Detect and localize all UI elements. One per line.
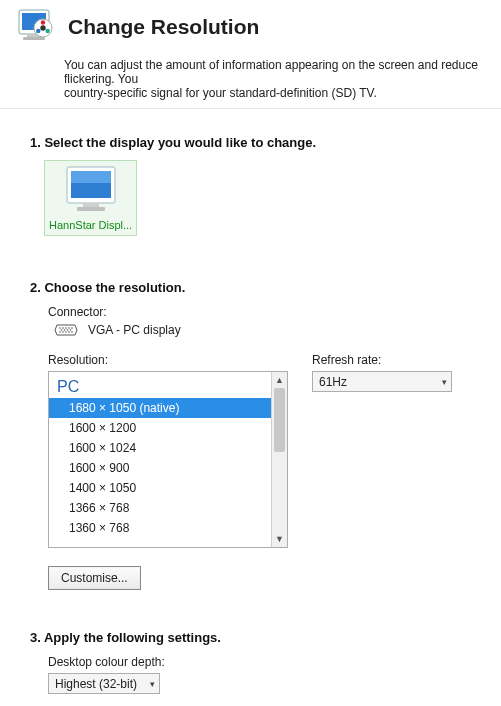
step3-title: 3. Apply the following settings. bbox=[30, 630, 491, 645]
chevron-down-icon: ▼ bbox=[275, 534, 284, 544]
resolution-item[interactable]: 1680 × 1050 (native) bbox=[49, 398, 271, 418]
display-option[interactable]: HannStar Displ... bbox=[44, 160, 137, 236]
monitor-thumbnail-icon bbox=[63, 165, 119, 215]
colour-depth-label: Desktop colour depth: bbox=[48, 655, 491, 669]
svg-point-24 bbox=[62, 331, 64, 333]
resolution-item[interactable]: 1366 × 768 bbox=[49, 498, 271, 518]
svg-rect-12 bbox=[83, 203, 99, 207]
resolution-label: Resolution: bbox=[48, 353, 288, 367]
change-resolution-page: { "header": { "title": "Change Resolutio… bbox=[0, 0, 501, 706]
page-description-line2: country-specific signal for your standar… bbox=[64, 86, 377, 100]
resolution-listbox[interactable]: PC 1680 × 1050 (native) 1600 × 1200 1600… bbox=[48, 371, 288, 548]
svg-point-20 bbox=[64, 329, 66, 331]
refresh-rate-value: 61Hz bbox=[319, 375, 347, 389]
svg-point-6 bbox=[41, 20, 45, 24]
svg-point-16 bbox=[65, 327, 67, 329]
scroll-up-button[interactable]: ▲ bbox=[272, 372, 287, 388]
display-label: HannStar Displ... bbox=[49, 219, 132, 231]
svg-point-27 bbox=[71, 331, 73, 333]
step2-body: Connector: VGA - PC display Resolution: bbox=[30, 305, 491, 590]
resolution-refresh-row: Resolution: PC 1680 × 1050 (native) 1600… bbox=[48, 343, 491, 590]
customise-button-label: Customise... bbox=[61, 571, 128, 585]
connector-value: VGA - PC display bbox=[88, 323, 181, 337]
svg-point-25 bbox=[65, 331, 67, 333]
svg-point-14 bbox=[59, 327, 61, 329]
resolution-item[interactable]: 1360 × 768 bbox=[49, 518, 271, 538]
svg-point-17 bbox=[68, 327, 70, 329]
svg-point-8 bbox=[36, 29, 40, 33]
chevron-down-icon: ▾ bbox=[150, 679, 155, 689]
customise-button[interactable]: Customise... bbox=[48, 566, 141, 590]
resolution-item[interactable]: 1600 × 900 bbox=[49, 458, 271, 478]
svg-rect-13 bbox=[77, 207, 105, 211]
svg-point-19 bbox=[61, 329, 63, 331]
refresh-rate-label: Refresh rate: bbox=[312, 353, 452, 367]
svg-point-21 bbox=[67, 329, 69, 331]
connector-row: VGA - PC display bbox=[54, 323, 491, 337]
scrollbar-thumb[interactable] bbox=[274, 388, 285, 452]
header: Change Resolution bbox=[0, 0, 501, 50]
resolution-item[interactable]: 1600 × 1200 bbox=[49, 418, 271, 438]
svg-rect-11 bbox=[71, 171, 111, 183]
resolution-item[interactable]: 1600 × 1024 bbox=[49, 438, 271, 458]
svg-point-18 bbox=[71, 327, 73, 329]
svg-rect-3 bbox=[23, 37, 45, 40]
step2-title: 2. Choose the resolution. bbox=[30, 280, 491, 295]
refresh-rate-dropdown[interactable]: 61Hz ▾ bbox=[312, 371, 452, 392]
page-description-line1: You can adjust the amount of information… bbox=[64, 58, 478, 86]
content: 1. Select the display you would like to … bbox=[0, 109, 501, 704]
monitor-icon bbox=[16, 6, 58, 48]
scrollbar-track[interactable] bbox=[272, 388, 287, 531]
connector-label: Connector: bbox=[48, 305, 491, 319]
resolution-scroll: PC 1680 × 1050 (native) 1600 × 1200 1600… bbox=[49, 372, 271, 547]
colour-depth-dropdown[interactable]: Highest (32-bit) ▾ bbox=[48, 673, 160, 694]
resolution-group-pc: PC bbox=[49, 372, 271, 398]
chevron-up-icon: ▲ bbox=[275, 375, 284, 385]
step3-body: Desktop colour depth: Highest (32-bit) ▾ bbox=[30, 655, 491, 694]
svg-point-7 bbox=[46, 29, 50, 33]
page-title: Change Resolution bbox=[68, 15, 259, 39]
svg-point-5 bbox=[40, 25, 45, 30]
svg-point-26 bbox=[68, 331, 70, 333]
scroll-down-button[interactable]: ▼ bbox=[272, 531, 287, 547]
page-description: You can adjust the amount of information… bbox=[0, 50, 501, 108]
svg-point-22 bbox=[70, 329, 72, 331]
colour-depth-value: Highest (32-bit) bbox=[55, 677, 137, 691]
vga-icon bbox=[54, 324, 78, 336]
svg-point-15 bbox=[62, 327, 64, 329]
step1-title: 1. Select the display you would like to … bbox=[30, 135, 491, 150]
scrollbar[interactable]: ▲ ▼ bbox=[271, 372, 287, 547]
resolution-item[interactable]: 1400 × 1050 bbox=[49, 478, 271, 498]
svg-point-23 bbox=[59, 331, 61, 333]
chevron-down-icon: ▾ bbox=[442, 377, 447, 387]
